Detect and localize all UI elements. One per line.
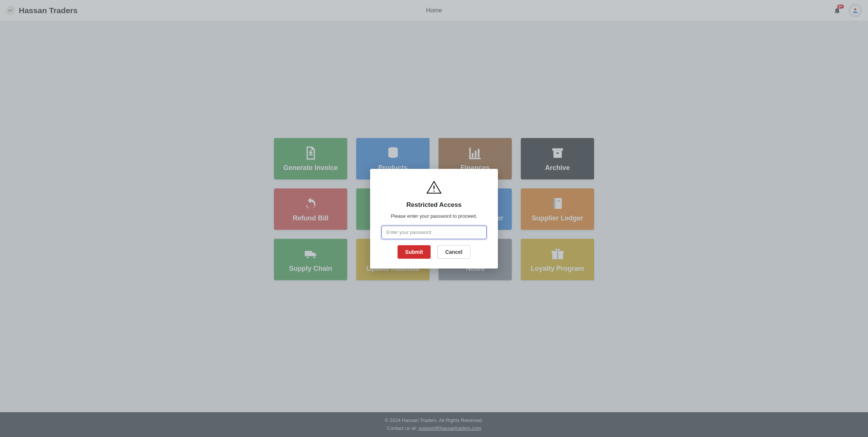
warning-icon	[426, 179, 442, 196]
modal-message: Please enter your password to proceed.	[391, 213, 477, 219]
modal-overlay: Restricted Access Please enter your pass…	[0, 0, 868, 437]
password-input[interactable]	[381, 226, 487, 239]
modal-title: Restricted Access	[407, 201, 462, 209]
submit-button[interactable]: Submit	[398, 245, 430, 259]
restricted-access-modal: Restricted Access Please enter your pass…	[370, 169, 498, 269]
svg-point-23	[434, 190, 435, 191]
cancel-button[interactable]: Cancel	[437, 245, 470, 259]
